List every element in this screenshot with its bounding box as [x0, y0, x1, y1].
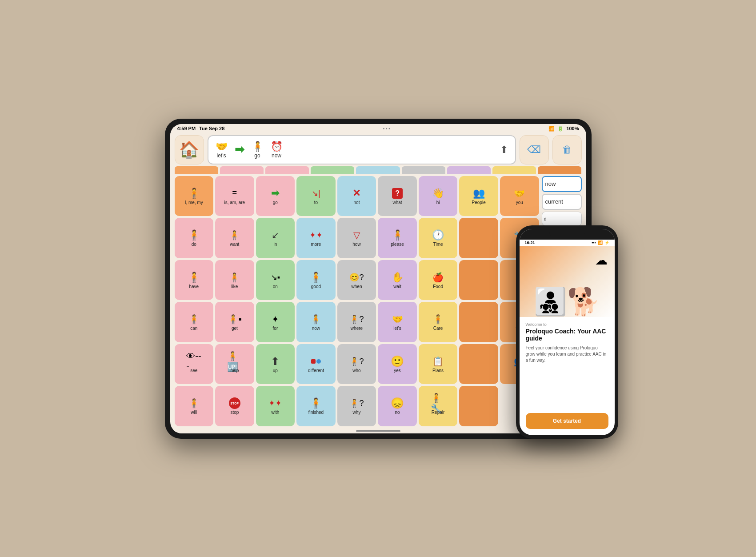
cell-with[interactable]: ✦✦ with [256, 386, 295, 426]
color-pink2[interactable] [265, 166, 309, 174]
cell-on[interactable]: ↘▪ on [256, 260, 295, 301]
phone-signal-icon: ▪▪▪ [592, 240, 596, 245]
color-green[interactable] [311, 166, 354, 174]
lets-icon: 🤝 [216, 141, 228, 152]
phone-notch-cutout [549, 231, 585, 237]
cell-dark2[interactable] [459, 260, 498, 301]
cell-people[interactable]: 👥 People [459, 176, 498, 216]
color-yellow[interactable] [492, 166, 536, 174]
color-dark-orange[interactable] [538, 166, 581, 174]
sidebar-now-input[interactable] [542, 176, 582, 192]
phone-content: Welcome to Proloquo Coach: Your AAC guid… [520, 317, 615, 413]
phrase-word-lets: 🤝 let's [216, 141, 228, 159]
phrase-word-now: ⏰ now [271, 141, 283, 159]
cell-yes[interactable]: 🙂 yes [378, 344, 417, 385]
color-category-row [170, 166, 586, 174]
cell-help[interactable]: 🧍🆙 help [215, 344, 254, 385]
cell-i-me-my[interactable]: 🧍 I, me, my [175, 176, 214, 216]
home-indicator [356, 430, 400, 432]
share-button[interactable]: ⬆ [500, 144, 508, 156]
color-orange[interactable] [175, 166, 218, 174]
cell-dark3[interactable] [459, 302, 498, 342]
phone-notch [520, 229, 615, 240]
cell-get[interactable]: 🧍▪ get [215, 302, 254, 342]
cell-hi[interactable]: 👋 hi [419, 176, 458, 216]
cell-who[interactable]: 🧍? who [337, 344, 376, 385]
phone-cta-button[interactable]: Get started [526, 413, 608, 429]
cell-see[interactable]: 👁--- see [175, 344, 214, 385]
cell-how[interactable]: ▽ how [337, 218, 376, 258]
cell-dark5[interactable] [459, 386, 498, 426]
color-purple[interactable] [447, 166, 491, 174]
status-bar: 4:59 PM Tue Sep 28 • • • 📶 🔋 100% [170, 124, 586, 133]
cell-in[interactable]: ↙ in [256, 218, 295, 258]
cell-why[interactable]: 🧍? why [337, 386, 376, 426]
cell-more[interactable]: ✦✦ more [296, 218, 336, 258]
aac-grid: 🧍 I, me, my = is, am, are ➡ go ↘| to ✕ [175, 176, 539, 426]
cell-is-am-are[interactable]: = is, am, are [215, 176, 254, 216]
cell-where[interactable]: 🧍? where [337, 302, 376, 342]
phone-wifi-icon: 📶 [598, 240, 603, 245]
phone-title: Proloquo Coach: Your AAC guide [526, 328, 608, 343]
cell-up[interactable]: ⬆ up [256, 344, 295, 385]
go-icon: 🧍 [252, 141, 264, 152]
battery-percent: 100% [566, 126, 579, 131]
cell-do[interactable]: 🧍 do [175, 218, 214, 258]
phrase-go-label: go [254, 152, 260, 159]
sidebar-current-input[interactable] [542, 194, 582, 210]
phone-welcome-text: Welcome to [526, 322, 608, 327]
cell-plans[interactable]: 📋 Plans [419, 344, 458, 385]
cell-not[interactable]: ✕ not [337, 176, 376, 216]
cell-go[interactable]: ➡ go [256, 176, 295, 216]
cell-wait[interactable]: ✋ wait [378, 260, 417, 301]
cell-stop[interactable]: STOP stop [215, 386, 254, 426]
cell-when[interactable]: 😊? when [337, 260, 376, 301]
home-button[interactable]: 🏠 [175, 135, 204, 164]
cell-like[interactable]: 🧍 like [215, 260, 254, 301]
color-gray[interactable] [402, 166, 445, 174]
phrase-lets-label: let's [217, 152, 226, 159]
phrase-bar: 🤝 let's ➡ 🧍 go ⏰ now ⬆ [208, 135, 516, 164]
status-time: 4:59 PM [177, 126, 196, 131]
cell-for[interactable]: ✦ for [256, 302, 295, 342]
delete-word-button[interactable]: ⌫ [520, 135, 549, 164]
color-blue[interactable] [356, 166, 400, 174]
cell-care[interactable]: 🧍 Care [419, 302, 458, 342]
toolbar: 🏠 🤝 let's ➡ 🧍 go ⏰ now ⬆ ⌫ [170, 133, 586, 166]
cell-time[interactable]: 🕐 Time [419, 218, 458, 258]
battery-icon: 🔋 [557, 126, 564, 132]
ipad-frame: 4:59 PM Tue Sep 28 • • • 📶 🔋 100% 🏠 🤝 le… [165, 119, 592, 439]
cell-dark4[interactable] [459, 344, 498, 385]
phone-time: 16:21 [525, 240, 535, 245]
phone-status-bar: 16:21 ▪▪▪ 📶 ⚡ [520, 240, 615, 246]
cell-what[interactable]: ? what [378, 176, 417, 216]
cell-now-blue[interactable]: 🧍 now [296, 302, 336, 342]
cell-dark1[interactable] [459, 218, 498, 258]
cloud-icon: ☁ [595, 253, 608, 268]
cell-will[interactable]: 🧍 will [175, 386, 214, 426]
phone-battery-icon: ⚡ [604, 240, 609, 245]
cell-food[interactable]: 🍎 Food [419, 260, 458, 301]
sidebar-btn-1[interactable]: d [542, 212, 582, 226]
phone-overlay: 16:21 ▪▪▪ 📶 ⚡ ☁ 👨‍👧‍👦🐕 Welcome to Proloq… [516, 225, 618, 439]
trash-button[interactable]: 🗑 [552, 135, 582, 164]
cell-finished[interactable]: 🧍 finished [296, 386, 336, 426]
cell-repair[interactable]: 🧍🔧 Repair [419, 386, 458, 426]
cell-good[interactable]: 🧍 good [296, 260, 336, 301]
cell-lets[interactable]: 🤝 let's [378, 302, 417, 342]
delete-word-icon: ⌫ [527, 144, 541, 156]
cell-different[interactable]: different [296, 344, 336, 385]
cell-you[interactable]: 🤝 you [500, 176, 539, 216]
status-date: Tue Sep 28 [199, 126, 224, 131]
color-pink1[interactable] [220, 166, 264, 174]
now-icon: ⏰ [271, 141, 283, 152]
phone-hero: ☁ 👨‍👧‍👦🐕 [520, 246, 615, 317]
cell-to[interactable]: ↘| to [296, 176, 336, 216]
cell-please[interactable]: 🧍 please [378, 218, 417, 258]
cell-no[interactable]: 😞 no [378, 386, 417, 426]
cell-can[interactable]: 🧍 can [175, 302, 214, 342]
status-dots: • • • [383, 126, 390, 131]
cell-have[interactable]: 🧍 have [175, 260, 214, 301]
phone-screen: 16:21 ▪▪▪ 📶 ⚡ ☁ 👨‍👧‍👦🐕 Welcome to Proloq… [520, 229, 615, 435]
cell-want[interactable]: 🧍 want [215, 218, 254, 258]
